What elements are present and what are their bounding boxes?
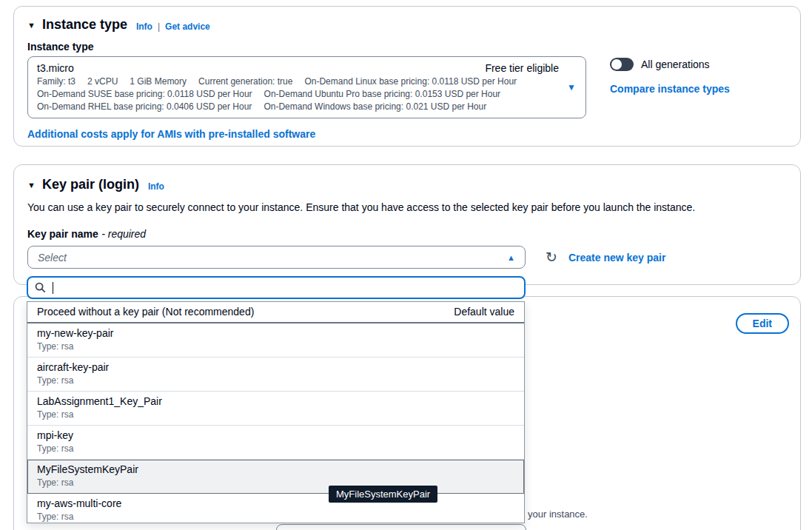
get-advice-link[interactable]: Get advice (165, 21, 210, 32)
option-name: my-new-key-pair (37, 326, 514, 341)
option-type: Type: rsa (37, 375, 514, 386)
detail-windows-pricing: On-Demand Windows base pricing: 0.021 US… (264, 101, 486, 112)
option-my-aws-multi-core[interactable]: my-aws-multi-core Type: rsa (27, 494, 524, 523)
ami-additional-costs-link[interactable]: Additional costs apply for AMIs with pre… (27, 128, 315, 140)
create-new-key-pair-link[interactable]: Create new key pair (568, 252, 666, 264)
collapse-caret-icon[interactable]: ▼ (27, 21, 36, 30)
detail-rhel-pricing: On-Demand RHEL base pricing: 0.0406 USD … (37, 101, 252, 112)
collapse-caret-icon[interactable]: ▼ (27, 181, 36, 189)
option-name: mpi-key (37, 429, 514, 443)
required-suffix: - required (101, 228, 146, 240)
instance-summary-row: t3.micro Free tier eligible (37, 62, 559, 74)
option-myfilesystemkeypair[interactable]: MyFileSystemKeyPair Type: rsa (27, 460, 524, 494)
select-placeholder: Select (38, 252, 67, 264)
option-type: Type: rsa (37, 409, 514, 420)
instance-type-section-title: Instance type (42, 17, 127, 33)
key-pair-tooltip: MyFileSystemKeyPair (329, 486, 437, 503)
option-label: Proceed without a key pair (Not recommen… (37, 305, 254, 319)
refresh-icon[interactable]: ↻ (546, 250, 557, 264)
key-pair-description: You can use a key pair to securely conne… (27, 201, 787, 213)
instance-select-caret-down-icon: ▼ (567, 82, 576, 93)
detail-vcpu: 2 vCPU (87, 76, 118, 87)
instance-details-row-1: Family: t3 2 vCPU 1 GiB Memory Current g… (37, 76, 559, 87)
detail-linux-pricing: On-Demand Linux base pricing: 0.0118 USD… (304, 76, 517, 87)
link-separator: | (158, 21, 160, 32)
compare-instance-types-link[interactable]: Compare instance types (610, 83, 730, 95)
default-value-badge: Default value (454, 305, 514, 319)
key-pair-section-header: ▼ Key pair (login) Info (27, 177, 787, 192)
key-pair-header-links: Info (148, 181, 164, 192)
instance-details-row-2: On-Demand SUSE base pricing: 0.0118 USD … (37, 89, 559, 99)
option-type: Type: rsa (37, 443, 514, 454)
key-pair-section: ▼ Key pair (login) Info You can use a ke… (13, 164, 801, 285)
key-pair-search-input[interactable] (27, 276, 526, 299)
edit-button[interactable]: Edit (736, 313, 789, 334)
option-mpi-key[interactable]: mpi-key Type: rsa (27, 426, 524, 460)
instance-type-right-column: All generations Compare instance types (610, 56, 730, 95)
info-link[interactable]: Info (148, 181, 164, 192)
option-my-new-key-pair[interactable]: my-new-key-pair Type: rsa (27, 323, 524, 358)
option-type: Type: rsa (37, 511, 514, 523)
option-name: MyFileSystemKeyPair (37, 463, 514, 477)
detail-family: Family: t3 (37, 76, 76, 87)
instance-type-select[interactable]: t3.micro Free tier eligible Family: t3 2… (27, 56, 586, 118)
detail-generation: Current generation: true (198, 76, 292, 87)
key-pair-select[interactable]: Select ▲ (27, 246, 526, 269)
instance-type-header-links: Info | Get advice (136, 21, 210, 32)
search-icon (35, 282, 46, 293)
key-pair-section-title: Key pair (login) (42, 177, 139, 192)
option-name: LabAssignment1_Key_Pair (37, 395, 514, 409)
detail-suse-pricing: On-Demand SUSE base pricing: 0.0118 USD … (37, 89, 252, 99)
detail-ubuntu-pro-pricing: On-Demand Ubuntu Pro base pricing: 0.015… (264, 89, 501, 99)
select-caret-up-icon: ▲ (507, 253, 515, 262)
option-aircraft-key-pair[interactable]: aircraft-key-pair Type: rsa (27, 358, 524, 392)
partially-visible-input[interactable] (276, 524, 526, 530)
toggle-knob-icon (611, 59, 622, 70)
key-pair-name-label: Key pair name (27, 228, 98, 240)
instance-type-field-label: Instance type (27, 41, 787, 53)
text-caret-icon (53, 282, 53, 294)
instance-type-section-header: ▼ Instance type Info | Get advice (27, 17, 787, 33)
option-labassignment1-key-pair[interactable]: LabAssignment1_Key_Pair Type: rsa (27, 392, 524, 426)
key-pair-dropdown-list: Proceed without a key pair (Not recommen… (27, 301, 525, 523)
instance-name: t3.micro (37, 62, 74, 74)
option-name: aircraft-key-pair (37, 360, 514, 375)
all-generations-row: All generations (610, 58, 730, 71)
option-type: Type: rsa (37, 477, 514, 489)
all-generations-toggle[interactable] (610, 58, 634, 71)
all-generations-label: All generations (641, 58, 710, 70)
key-pair-name-label-row: Key pair name - required (27, 227, 787, 241)
free-tier-eligible-badge: Free tier eligible (485, 62, 559, 74)
option-name: my-aws-multi-core (37, 497, 514, 511)
key-pair-select-row: Select ▲ ↻ Create new key pair (27, 246, 787, 269)
instance-details-row-3: On-Demand RHEL base pricing: 0.0406 USD … (37, 101, 559, 112)
instance-type-section: ▼ Instance type Info | Get advice Instan… (13, 6, 801, 147)
partially-visible-text: your instance. (528, 509, 588, 520)
info-link[interactable]: Info (136, 21, 152, 32)
option-type: Type: rsa (37, 341, 514, 352)
option-proceed-without-key-pair[interactable]: Proceed without a key pair (Not recommen… (27, 302, 524, 323)
detail-memory: 1 GiB Memory (130, 76, 187, 87)
